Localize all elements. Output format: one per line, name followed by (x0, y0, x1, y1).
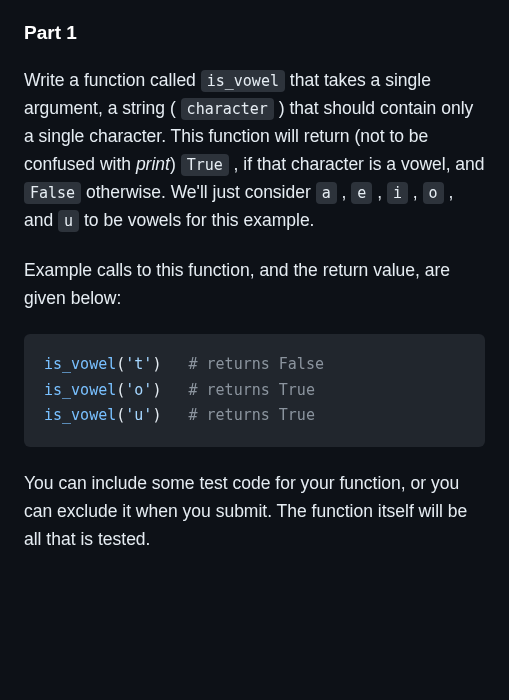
code-line-1: is_vowel('t') # returns False (44, 352, 465, 378)
code-comment: # returns True (189, 381, 315, 399)
code-inline-a: a (316, 182, 337, 204)
code-pad (161, 406, 188, 424)
code-inline-i: i (387, 182, 408, 204)
text: , if that character is a vowel, and (229, 154, 485, 174)
text: , (408, 182, 423, 202)
code-paren: ( (116, 355, 125, 373)
text: to be vowels for this example. (79, 210, 314, 230)
code-inline-character: character (181, 98, 274, 120)
code-comment: # returns False (189, 355, 324, 373)
code-string: 'u' (125, 406, 152, 424)
code-string: 't' (125, 355, 152, 373)
paragraph-1: Write a function called is_vowel that ta… (24, 66, 485, 234)
code-inline-is-vowel: is_vowel (201, 70, 285, 92)
code-inline-u: u (58, 210, 79, 232)
code-line-2: is_vowel('o') # returns True (44, 378, 465, 404)
text: otherwise. We'll just consider (81, 182, 316, 202)
code-inline-e: e (351, 182, 372, 204)
document-container: Part 1 Write a function called is_vowel … (24, 22, 485, 553)
code-line-3: is_vowel('u') # returns True (44, 403, 465, 429)
code-pad (161, 381, 188, 399)
text: , (337, 182, 352, 202)
code-string: 'o' (125, 381, 152, 399)
code-fn: is_vowel (44, 381, 116, 399)
code-paren: ( (116, 381, 125, 399)
section-heading: Part 1 (24, 22, 485, 44)
text: , (372, 182, 387, 202)
code-comment: # returns True (189, 406, 315, 424)
code-fn: is_vowel (44, 355, 116, 373)
emphasis-print: print (136, 154, 170, 174)
code-inline-false: False (24, 182, 81, 204)
paragraph-3: You can include some test code for your … (24, 469, 485, 553)
code-paren: ( (116, 406, 125, 424)
code-fn: is_vowel (44, 406, 116, 424)
code-inline-o: o (423, 182, 444, 204)
code-inline-true: True (181, 154, 229, 176)
text: Write a function called (24, 70, 201, 90)
paragraph-2: Example calls to this function, and the … (24, 256, 485, 312)
code-pad (161, 355, 188, 373)
text: ) (170, 154, 181, 174)
code-block: is_vowel('t') # returns False is_vowel('… (24, 334, 485, 447)
